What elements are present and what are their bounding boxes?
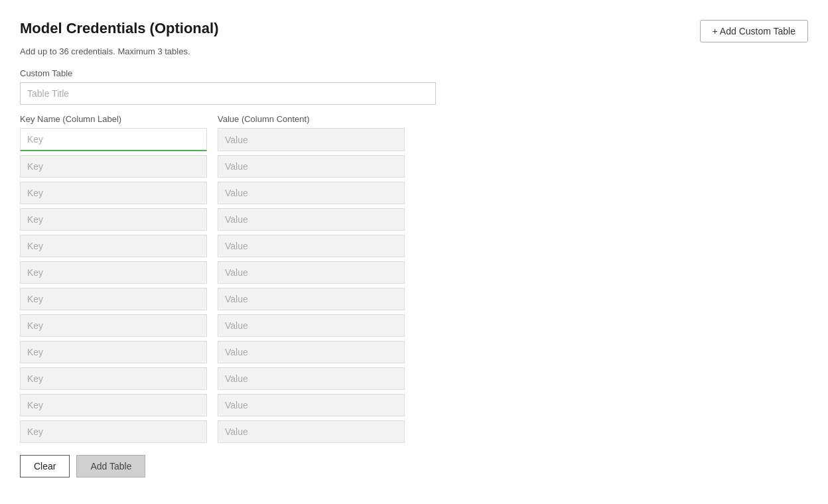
section-label: Custom Table <box>20 68 808 78</box>
table-row <box>20 341 808 363</box>
header-row: Model Credentials (Optional) + Add Custo… <box>20 20 808 42</box>
table-row <box>20 367 808 390</box>
value-input-11[interactable] <box>218 420 405 443</box>
key-input-4[interactable] <box>20 235 207 257</box>
key-input-11[interactable] <box>20 420 207 443</box>
key-input-0[interactable] <box>20 128 207 151</box>
title-area: Model Credentials (Optional) <box>20 20 218 37</box>
value-input-4[interactable] <box>218 235 405 257</box>
key-input-1[interactable] <box>20 155 207 178</box>
table-row <box>20 155 808 178</box>
value-input-8[interactable] <box>218 341 405 363</box>
key-input-5[interactable] <box>20 261 207 284</box>
value-input-10[interactable] <box>218 394 405 416</box>
footer-buttons: Clear Add Table <box>20 455 808 477</box>
value-column-header: Value (Column Content) <box>218 114 405 124</box>
table-row <box>20 182 808 204</box>
key-input-2[interactable] <box>20 182 207 204</box>
rows-container <box>20 128 808 443</box>
value-input-3[interactable] <box>218 208 405 231</box>
page-title: Model Credentials (Optional) <box>20 20 218 37</box>
value-input-2[interactable] <box>218 182 405 204</box>
key-input-3[interactable] <box>20 208 207 231</box>
page-container: Model Credentials (Optional) + Add Custo… <box>0 0 828 497</box>
value-input-9[interactable] <box>218 367 405 390</box>
value-input-0[interactable] <box>218 128 405 151</box>
value-input-7[interactable] <box>218 314 405 337</box>
table-row <box>20 235 808 257</box>
add-custom-table-button[interactable]: + Add Custom Table <box>700 20 808 42</box>
value-input-5[interactable] <box>218 261 405 284</box>
key-input-8[interactable] <box>20 341 207 363</box>
table-row <box>20 314 808 337</box>
table-title-input[interactable] <box>20 82 436 105</box>
add-table-button[interactable]: Add Table <box>76 455 145 477</box>
clear-button[interactable]: Clear <box>20 455 70 477</box>
table-row <box>20 394 808 416</box>
key-input-10[interactable] <box>20 394 207 416</box>
table-row <box>20 420 808 443</box>
subtitle: Add up to 36 credentials. Maximum 3 tabl… <box>20 46 808 56</box>
table-row <box>20 288 808 310</box>
value-input-1[interactable] <box>218 155 405 178</box>
key-column-header: Key Name (Column Label) <box>20 114 207 124</box>
key-input-7[interactable] <box>20 314 207 337</box>
key-input-9[interactable] <box>20 367 207 390</box>
columns-header: Key Name (Column Label) Value (Column Co… <box>20 114 808 124</box>
table-row <box>20 261 808 284</box>
key-input-6[interactable] <box>20 288 207 310</box>
value-input-6[interactable] <box>218 288 405 310</box>
table-row <box>20 128 808 151</box>
table-row <box>20 208 808 231</box>
